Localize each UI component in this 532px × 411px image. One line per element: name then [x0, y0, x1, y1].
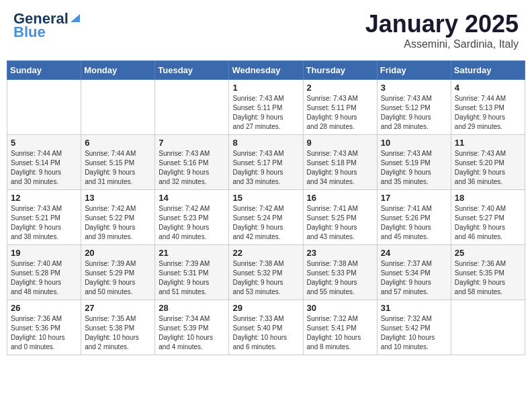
calendar-day-14: 14Sunrise: 7:42 AM Sunset: 5:23 PM Dayli…: [155, 190, 229, 245]
calendar-day-10: 10Sunrise: 7:43 AM Sunset: 5:19 PM Dayli…: [377, 135, 451, 190]
day-info: Sunrise: 7:43 AM Sunset: 5:19 PM Dayligh…: [381, 149, 447, 187]
day-number: 22: [232, 248, 299, 258]
calendar-day-11: 11Sunrise: 7:43 AM Sunset: 5:20 PM Dayli…: [451, 135, 525, 190]
calendar-day-13: 13Sunrise: 7:42 AM Sunset: 5:22 PM Dayli…: [81, 190, 155, 245]
day-number: 29: [232, 303, 299, 313]
calendar-day-22: 22Sunrise: 7:38 AM Sunset: 5:32 PM Dayli…: [229, 245, 303, 300]
day-number: 20: [85, 248, 151, 258]
calendar-day-15: 15Sunrise: 7:42 AM Sunset: 5:24 PM Dayli…: [229, 190, 303, 245]
calendar-empty-cell: [451, 300, 525, 355]
day-info: Sunrise: 7:36 AM Sunset: 5:35 PM Dayligh…: [455, 259, 521, 297]
weekday-header-thursday: Thursday: [303, 61, 377, 80]
logo: General Blue: [13, 10, 81, 41]
day-number: 13: [85, 193, 151, 203]
calendar-day-9: 9Sunrise: 7:43 AM Sunset: 5:18 PM Daylig…: [303, 135, 377, 190]
calendar-week-row: 1Sunrise: 7:43 AM Sunset: 5:11 PM Daylig…: [7, 80, 525, 135]
calendar-week-row: 19Sunrise: 7:40 AM Sunset: 5:28 PM Dayli…: [7, 245, 525, 300]
day-info: Sunrise: 7:34 AM Sunset: 5:39 PM Dayligh…: [159, 314, 225, 352]
weekday-header-saturday: Saturday: [451, 61, 525, 80]
calendar-day-6: 6Sunrise: 7:44 AM Sunset: 5:15 PM Daylig…: [81, 135, 155, 190]
calendar-week-row: 12Sunrise: 7:43 AM Sunset: 5:21 PM Dayli…: [7, 190, 525, 245]
svg-marker-0: [71, 14, 80, 22]
day-info: Sunrise: 7:41 AM Sunset: 5:25 PM Dayligh…: [307, 204, 373, 242]
day-info: Sunrise: 7:42 AM Sunset: 5:23 PM Dayligh…: [159, 204, 225, 242]
calendar-day-18: 18Sunrise: 7:40 AM Sunset: 5:27 PM Dayli…: [451, 190, 525, 245]
day-info: Sunrise: 7:43 AM Sunset: 5:18 PM Dayligh…: [307, 149, 373, 187]
day-info: Sunrise: 7:44 AM Sunset: 5:14 PM Dayligh…: [11, 149, 77, 187]
day-number: 7: [159, 138, 225, 148]
day-info: Sunrise: 7:38 AM Sunset: 5:33 PM Dayligh…: [307, 259, 373, 297]
day-info: Sunrise: 7:42 AM Sunset: 5:24 PM Dayligh…: [232, 204, 299, 242]
calendar-day-24: 24Sunrise: 7:37 AM Sunset: 5:34 PM Dayli…: [377, 245, 451, 300]
day-info: Sunrise: 7:43 AM Sunset: 5:17 PM Dayligh…: [232, 149, 299, 187]
calendar-day-21: 21Sunrise: 7:39 AM Sunset: 5:31 PM Dayli…: [155, 245, 229, 300]
day-number: 12: [11, 193, 77, 203]
calendar-day-16: 16Sunrise: 7:41 AM Sunset: 5:25 PM Dayli…: [303, 190, 377, 245]
day-number: 21: [159, 248, 225, 258]
day-number: 10: [381, 138, 447, 148]
calendar-day-7: 7Sunrise: 7:43 AM Sunset: 5:16 PM Daylig…: [155, 135, 229, 190]
calendar-day-3: 3Sunrise: 7:43 AM Sunset: 5:12 PM Daylig…: [377, 80, 451, 135]
weekday-header-monday: Monday: [81, 61, 155, 80]
day-number: 25: [455, 248, 521, 258]
calendar-day-5: 5Sunrise: 7:44 AM Sunset: 5:14 PM Daylig…: [7, 135, 81, 190]
day-number: 16: [307, 193, 373, 203]
day-number: 6: [85, 138, 151, 148]
day-number: 30: [307, 303, 373, 313]
day-info: Sunrise: 7:40 AM Sunset: 5:27 PM Dayligh…: [455, 204, 521, 242]
calendar-day-17: 17Sunrise: 7:41 AM Sunset: 5:26 PM Dayli…: [377, 190, 451, 245]
calendar-day-2: 2Sunrise: 7:43 AM Sunset: 5:11 PM Daylig…: [303, 80, 377, 135]
day-number: 17: [381, 193, 447, 203]
day-info: Sunrise: 7:36 AM Sunset: 5:36 PM Dayligh…: [11, 314, 77, 352]
day-info: Sunrise: 7:32 AM Sunset: 5:41 PM Dayligh…: [307, 314, 373, 352]
calendar-day-8: 8Sunrise: 7:43 AM Sunset: 5:17 PM Daylig…: [229, 135, 303, 190]
day-info: Sunrise: 7:33 AM Sunset: 5:40 PM Dayligh…: [232, 314, 299, 352]
weekday-header-friday: Friday: [377, 61, 451, 80]
calendar-day-1: 1Sunrise: 7:43 AM Sunset: 5:11 PM Daylig…: [229, 80, 303, 135]
day-number: 1: [232, 83, 299, 93]
day-info: Sunrise: 7:43 AM Sunset: 5:11 PM Dayligh…: [232, 94, 299, 132]
day-number: 31: [381, 303, 447, 313]
calendar-week-row: 26Sunrise: 7:36 AM Sunset: 5:36 PM Dayli…: [7, 300, 525, 355]
day-info: Sunrise: 7:43 AM Sunset: 5:12 PM Dayligh…: [381, 94, 447, 132]
day-info: Sunrise: 7:39 AM Sunset: 5:29 PM Dayligh…: [85, 259, 151, 297]
day-number: 9: [307, 138, 373, 148]
day-info: Sunrise: 7:38 AM Sunset: 5:32 PM Dayligh…: [232, 259, 299, 297]
day-number: 5: [11, 138, 77, 148]
day-info: Sunrise: 7:39 AM Sunset: 5:31 PM Dayligh…: [159, 259, 225, 297]
weekday-header-tuesday: Tuesday: [155, 61, 229, 80]
weekday-header-sunday: Sunday: [7, 61, 81, 80]
day-number: 4: [455, 83, 521, 93]
day-number: 24: [381, 248, 447, 258]
day-number: 18: [455, 193, 521, 203]
calendar-day-28: 28Sunrise: 7:34 AM Sunset: 5:39 PM Dayli…: [155, 300, 229, 355]
calendar-day-20: 20Sunrise: 7:39 AM Sunset: 5:29 PM Dayli…: [81, 245, 155, 300]
day-number: 28: [159, 303, 225, 313]
calendar-empty-cell: [155, 80, 229, 135]
day-info: Sunrise: 7:43 AM Sunset: 5:16 PM Dayligh…: [159, 149, 225, 187]
day-number: 14: [159, 193, 225, 203]
page-header: General Blue January 2025 Assemini, Sard…: [7, 7, 525, 54]
title-block: January 2025 Assemini, Sardinia, Italy: [365, 10, 519, 50]
calendar-week-row: 5Sunrise: 7:44 AM Sunset: 5:14 PM Daylig…: [7, 135, 525, 190]
day-info: Sunrise: 7:37 AM Sunset: 5:34 PM Dayligh…: [381, 259, 447, 297]
calendar-day-29: 29Sunrise: 7:33 AM Sunset: 5:40 PM Dayli…: [229, 300, 303, 355]
logo-triangle-icon: [69, 11, 81, 24]
day-info: Sunrise: 7:32 AM Sunset: 5:42 PM Dayligh…: [381, 314, 447, 352]
calendar-day-31: 31Sunrise: 7:32 AM Sunset: 5:42 PM Dayli…: [377, 300, 451, 355]
day-number: 15: [232, 193, 299, 203]
calendar-day-4: 4Sunrise: 7:44 AM Sunset: 5:13 PM Daylig…: [451, 80, 525, 135]
day-number: 19: [11, 248, 77, 258]
calendar-day-12: 12Sunrise: 7:43 AM Sunset: 5:21 PM Dayli…: [7, 190, 81, 245]
day-info: Sunrise: 7:41 AM Sunset: 5:26 PM Dayligh…: [381, 204, 447, 242]
calendar-day-25: 25Sunrise: 7:36 AM Sunset: 5:35 PM Dayli…: [451, 245, 525, 300]
day-number: 3: [381, 83, 447, 93]
logo-blue: Blue: [13, 24, 46, 41]
calendar-empty-cell: [81, 80, 155, 135]
calendar-day-30: 30Sunrise: 7:32 AM Sunset: 5:41 PM Dayli…: [303, 300, 377, 355]
day-info: Sunrise: 7:40 AM Sunset: 5:28 PM Dayligh…: [11, 259, 77, 297]
calendar-day-27: 27Sunrise: 7:35 AM Sunset: 5:38 PM Dayli…: [81, 300, 155, 355]
day-info: Sunrise: 7:44 AM Sunset: 5:15 PM Dayligh…: [85, 149, 151, 187]
calendar-header-row: SundayMondayTuesdayWednesdayThursdayFrid…: [7, 61, 525, 80]
calendar-day-26: 26Sunrise: 7:36 AM Sunset: 5:36 PM Dayli…: [7, 300, 81, 355]
